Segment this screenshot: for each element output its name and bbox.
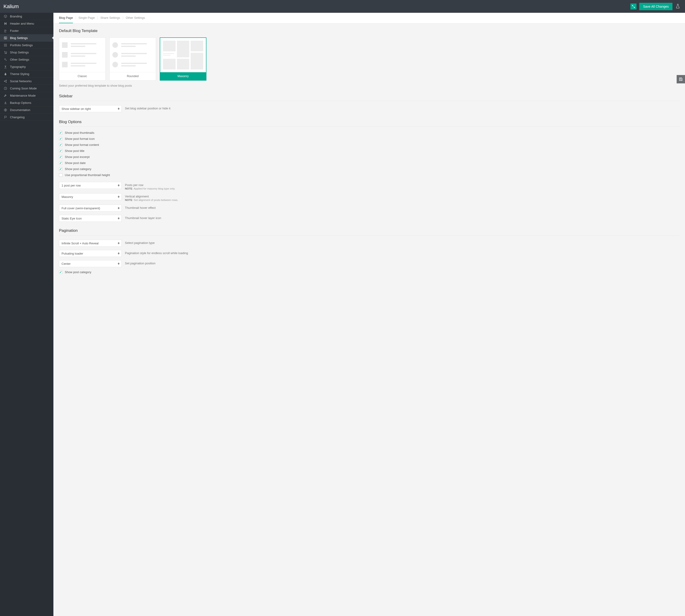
sidebar-item-changelog[interactable]: Changelog <box>0 114 53 121</box>
select-helper: Posts per rowNOTE: Applied for masonry b… <box>125 182 680 190</box>
sidebar-item-label: Changelog <box>10 115 25 119</box>
checkbox[interactable] <box>59 161 63 165</box>
checkbox[interactable] <box>59 137 63 140</box>
tab-blog-page[interactable]: Blog Page <box>59 13 73 23</box>
check-row: Show post excerpt <box>59 155 680 159</box>
checkbox[interactable] <box>59 149 63 153</box>
check-row: Show post format content <box>59 143 680 147</box>
select-value: Full cover (semi-transparent) <box>62 206 100 210</box>
share-icon <box>3 79 7 83</box>
chevron-updown-icon <box>118 207 120 209</box>
sidebar-item-footer[interactable]: Footer <box>0 27 53 35</box>
tabs: Blog PageSingle PageShare SettingsOther … <box>53 13 685 23</box>
svg-rect-4 <box>4 45 5 46</box>
sidebar-item-backup-options[interactable]: Backup Options <box>0 99 53 106</box>
chevron-updown-icon <box>118 184 120 186</box>
sidebar-item-portfolio-settings[interactable]: Portfolio Settings <box>0 42 53 49</box>
sidebar-item-maintenance-mode[interactable]: Maintenance Mode <box>0 92 53 99</box>
sidebar-item-blog-settings[interactable]: Blog Settings <box>0 35 53 42</box>
sidebar: BrandingHeader and MenuFooterBlog Settin… <box>0 13 53 616</box>
expand-button[interactable] <box>631 3 637 9</box>
checkbox-label: Show post format icon <box>65 137 95 140</box>
checkbox[interactable] <box>59 131 63 134</box>
select-helper: Set pagination position <box>125 260 680 265</box>
sidebar-item-label: Theme Styling <box>10 72 29 76</box>
checkbox[interactable] <box>59 155 63 159</box>
checkbox-label: Show post category <box>65 167 91 171</box>
template-masonry[interactable]: Masonry <box>160 37 206 81</box>
clock-icon <box>3 86 7 90</box>
svg-rect-5 <box>5 45 6 46</box>
checkbox[interactable] <box>59 173 63 177</box>
sidebar-item-branding[interactable]: Branding <box>0 13 53 20</box>
template-options: Classic Rounded <box>59 37 680 81</box>
svg-rect-6 <box>6 45 7 46</box>
check-row: Show post thumbnails <box>59 131 680 134</box>
select[interactable]: Pulsating loader <box>59 250 122 257</box>
expand-icon <box>632 5 635 8</box>
select-value: 1 post per row <box>62 184 81 187</box>
checkbox-label: Show post format content <box>65 143 99 147</box>
select[interactable]: Center <box>59 260 122 267</box>
template-label: Rounded <box>110 72 156 80</box>
gears-icon <box>3 58 7 61</box>
sidebar-item-header-and-menu[interactable]: Header and Menu <box>0 20 53 27</box>
checkbox[interactable] <box>59 143 63 147</box>
template-classic[interactable]: Classic <box>59 37 106 81</box>
select[interactable]: Infinite Scroll + Auto Reveal <box>59 240 122 247</box>
select[interactable]: Full cover (semi-transparent) <box>59 205 122 212</box>
svg-point-11 <box>6 53 6 54</box>
tab-share-settings[interactable]: Share Settings <box>100 13 120 23</box>
type-icon <box>3 65 7 68</box>
template-helper: Select your preferred blog template to s… <box>59 84 680 87</box>
sidebar-item-label: Shop Settings <box>10 51 29 54</box>
flag-icon <box>3 115 7 119</box>
select[interactable]: Masonry <box>59 193 122 200</box>
select[interactable]: 1 post per row <box>59 182 122 189</box>
select-value: Masonry <box>62 195 73 199</box>
svg-rect-3 <box>6 44 7 44</box>
svg-point-13 <box>6 60 6 61</box>
check-row: Show post category <box>59 167 680 171</box>
pagination-check-row: Show post category <box>59 270 680 274</box>
sidebar-item-social-networks[interactable]: Social Networks <box>0 78 53 85</box>
select-helper: Vertical alignmentNOTE: Set alignment of… <box>125 193 680 201</box>
template-label: Classic <box>59 72 106 80</box>
select-helper: Pagination style for endless scroll whil… <box>125 250 680 255</box>
sidebar-item-shop-settings[interactable]: Shop Settings <box>0 49 53 56</box>
sidebar-item-label: Typography <box>10 65 26 68</box>
chevron-updown-icon <box>118 262 120 265</box>
select[interactable]: Static Eye Icon <box>59 215 122 222</box>
checkbox-label: Show post title <box>65 149 85 153</box>
select-helper: Select pagination type <box>125 240 680 245</box>
chevron-updown-icon <box>118 217 120 220</box>
download-icon <box>3 101 7 105</box>
sidebar-item-label: Social Networks <box>10 80 31 83</box>
sidebar-item-coming-soon-mode[interactable]: Coming Soon Mode <box>0 85 53 92</box>
floating-save-button[interactable] <box>677 75 685 83</box>
sidebar-item-documentation[interactable]: Documentation <box>0 106 53 114</box>
sidebar-position-select[interactable]: Show sidebar on right <box>59 105 122 112</box>
save-all-button[interactable]: Save All Changes <box>639 3 672 10</box>
section-title-blog-options: Blog Options <box>59 119 680 127</box>
template-rounded[interactable]: Rounded <box>109 37 156 81</box>
sidebar-item-typography[interactable]: Typography <box>0 63 53 70</box>
tab-other-settings[interactable]: Other Settings <box>125 13 145 23</box>
tab-single-page[interactable]: Single Page <box>78 13 95 23</box>
checkbox[interactable] <box>59 167 63 171</box>
cube-icon <box>3 15 7 18</box>
sidebar-item-theme-styling[interactable]: Theme Styling <box>0 70 53 78</box>
section-title-pagination: Pagination <box>59 228 680 236</box>
flask-icon[interactable] <box>675 3 680 9</box>
section-title-template: Default Blog Template <box>59 28 680 33</box>
show-post-category-checkbox[interactable] <box>59 270 63 274</box>
select-value: Show sidebar on right <box>62 107 91 111</box>
sidebar-helper: Set blog sidebar position or hide it <box>125 105 680 110</box>
sidebar-item-other-settings[interactable]: Other Settings <box>0 56 53 63</box>
save-icon <box>679 78 683 81</box>
svg-rect-8 <box>5 46 6 46</box>
sidebar-item-label: Footer <box>10 29 19 32</box>
checkbox-label: Show post category <box>65 270 91 274</box>
blog-options-checks: Show post thumbnailsShow post format ico… <box>59 131 680 177</box>
sidebar-item-label: Branding <box>10 15 22 18</box>
